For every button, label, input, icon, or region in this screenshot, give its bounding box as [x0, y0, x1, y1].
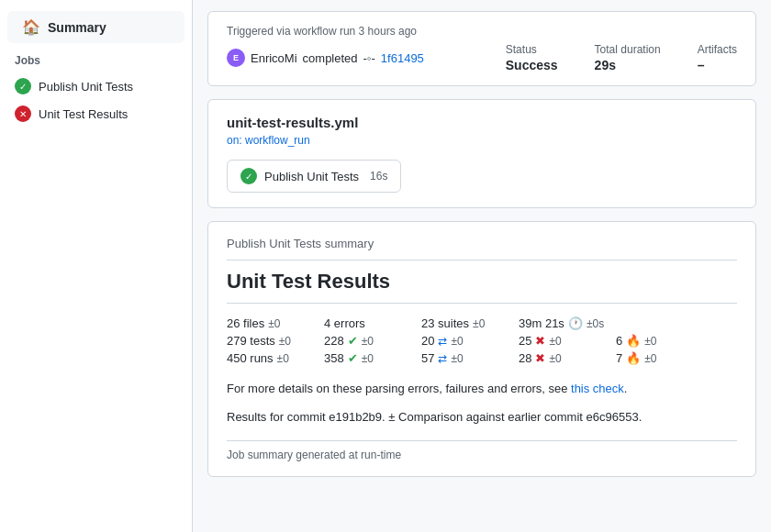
- workflow-card: unit-test-results.yml on: workflow_run ✓…: [207, 99, 756, 208]
- files-change: ±0: [268, 317, 280, 330]
- stat-failed-tests: 25 ✖ ±0: [519, 334, 601, 348]
- avatar: E: [227, 49, 245, 67]
- workflow-trigger[interactable]: on: workflow_run: [227, 134, 737, 147]
- stat-passed-runs: 358 ✔ ±0: [324, 351, 407, 365]
- commit-action: completed: [303, 51, 358, 65]
- jobs-section-label: Jobs: [0, 50, 192, 72]
- stat-failed-runs: 28 ✖ ±0: [519, 351, 601, 365]
- tests-value: 279 tests: [227, 334, 275, 348]
- detail-text: For more details on these parsing errors…: [227, 380, 737, 399]
- commit-user: EnricoMi: [251, 51, 297, 65]
- shuffle-icon-2: ⇄: [438, 352, 447, 365]
- skipped-tests-change: ±0: [451, 335, 463, 348]
- sidebar-item-unit-test-results[interactable]: ✕ Unit Test Results: [0, 100, 192, 127]
- artifacts-value: –: [698, 58, 737, 72]
- commit-info: E EnricoMi completed -◦- 1f61495: [227, 49, 424, 67]
- skipped-runs-value: 57: [421, 351, 434, 365]
- commit-comparison-text: Results for commit e191b2b9. ± Compariso…: [227, 408, 737, 427]
- workflow-job-name[interactable]: Publish Unit Tests: [264, 170, 359, 183]
- stats-grid: 26 files ±0 4 errors 23 suites ±0 39m 21…: [227, 316, 737, 365]
- stat-duration: 39m 21s 🕐 ±0s: [519, 316, 604, 330]
- success-icon: ✓: [15, 78, 31, 94]
- flaky-runs-change: ±0: [644, 352, 656, 365]
- commit-hash[interactable]: 1f61495: [381, 51, 424, 65]
- duration-value: 29s: [595, 58, 661, 72]
- home-icon: 🏠: [22, 18, 40, 36]
- trigger-header-card: Triggered via workflow run 3 hours ago E…: [207, 11, 756, 86]
- stat-skipped-tests: 20 ⇄ ±0: [421, 334, 504, 348]
- skipped-runs-change: ±0: [451, 352, 463, 365]
- workflow-job-row: ✓ Publish Unit Tests 16s: [227, 160, 401, 193]
- errors-value: 4 errors: [324, 316, 365, 330]
- stat-suites: 23 suites ±0: [421, 316, 504, 330]
- header-bottom-row: E EnricoMi completed -◦- 1f61495 Status …: [227, 43, 737, 72]
- status-value: Success: [506, 58, 558, 72]
- duration-label: Total duration: [595, 43, 661, 56]
- flaky-runs-value: 7: [616, 351, 622, 365]
- detail-text-before: For more details on these parsing errors…: [227, 382, 571, 395]
- stat-flaky-tests: 6 🔥 ±0: [616, 334, 698, 348]
- runs-change: ±0: [277, 352, 289, 365]
- failed-runs-value: 28: [519, 351, 531, 365]
- shuffle-icon-1: ⇄: [438, 335, 447, 348]
- passed-tests-change: ±0: [362, 335, 374, 348]
- skipped-tests-value: 20: [421, 334, 434, 348]
- stat-skipped-runs: 57 ⇄ ±0: [421, 351, 504, 365]
- failure-icon: ✕: [15, 105, 31, 122]
- commit-arrow: -◦-: [363, 51, 375, 65]
- summary-section-label: Publish Unit Tests summary: [227, 237, 737, 260]
- workflow-job-success-icon: ✓: [240, 168, 257, 184]
- duration-change: ±0s: [587, 317, 604, 330]
- suites-value: 23 suites: [421, 316, 469, 330]
- check-icon-2: ✔: [348, 351, 358, 365]
- runs-value: 450 runs: [227, 351, 274, 365]
- duration-meta: Total duration 29s: [595, 43, 661, 72]
- sidebar-summary[interactable]: 🏠 Summary: [7, 11, 184, 43]
- artifacts-label: Artifacts: [698, 43, 737, 56]
- sidebar-summary-label: Summary: [48, 20, 106, 35]
- status-label: Status: [506, 43, 558, 56]
- trigger-text: Triggered via workflow run 3 hours ago: [227, 25, 737, 38]
- x-icon-1: ✖: [535, 334, 545, 348]
- this-check-link[interactable]: this check: [571, 382, 624, 395]
- job-label-unit-test: Unit Test Results: [39, 107, 128, 121]
- clock-icon: 🕐: [568, 316, 583, 330]
- failed-tests-change: ±0: [549, 335, 561, 348]
- sidebar-item-publish-unit-tests[interactable]: ✓ Publish Unit Tests: [0, 72, 192, 100]
- failed-runs-change: ±0: [549, 352, 561, 365]
- stat-runs: 450 runs ±0: [227, 351, 309, 365]
- passed-runs-value: 358: [324, 351, 344, 365]
- stats-row-3: 450 runs ±0 358 ✔ ±0 57 ⇄ ±0 28 ✖ ±0: [227, 351, 737, 365]
- suites-change: ±0: [473, 317, 485, 330]
- job-label-publish: Publish Unit Tests: [39, 80, 133, 94]
- sidebar: 🏠 Summary Jobs ✓ Publish Unit Tests ✕ Un…: [0, 0, 193, 532]
- x-icon-2: ✖: [535, 351, 545, 365]
- job-summary-note: Job summary generated at run-time: [227, 440, 737, 461]
- fire-icon-2: 🔥: [626, 351, 641, 365]
- tests-change: ±0: [279, 335, 291, 348]
- passed-runs-change: ±0: [362, 352, 374, 365]
- detail-text-after: .: [624, 382, 628, 395]
- failed-tests-value: 25: [519, 334, 531, 348]
- status-meta: Status Success: [506, 43, 558, 72]
- stat-flaky-runs: 7 🔥 ±0: [616, 351, 698, 365]
- duration-stat-value: 39m 21s: [519, 316, 564, 330]
- stats-row-2: 279 tests ±0 228 ✔ ±0 20 ⇄ ±0 25 ✖ ±0: [227, 334, 737, 348]
- flaky-tests-value: 6: [616, 334, 622, 348]
- passed-tests-value: 228: [324, 334, 344, 348]
- artifacts-meta: Artifacts –: [698, 43, 737, 72]
- stat-passed-tests: 228 ✔ ±0: [324, 334, 407, 348]
- fire-icon-1: 🔥: [626, 334, 641, 348]
- stat-errors: 4 errors: [324, 316, 407, 330]
- files-value: 26 files: [227, 316, 264, 330]
- flaky-tests-change: ±0: [644, 335, 656, 348]
- workflow-filename: unit-test-results.yml: [227, 115, 737, 130]
- stat-files: 26 files ±0: [227, 316, 309, 330]
- stat-tests: 279 tests ±0: [227, 334, 309, 348]
- summary-card: Publish Unit Tests summary Unit Test Res…: [207, 221, 756, 477]
- check-icon-1: ✔: [348, 334, 358, 348]
- stats-row-1: 26 files ±0 4 errors 23 suites ±0 39m 21…: [227, 316, 737, 330]
- workflow-job-duration: 16s: [370, 170, 387, 183]
- header-meta: Status Success Total duration 29s Artifa…: [506, 43, 737, 72]
- main-content: Triggered via workflow run 3 hours ago E…: [193, 0, 771, 532]
